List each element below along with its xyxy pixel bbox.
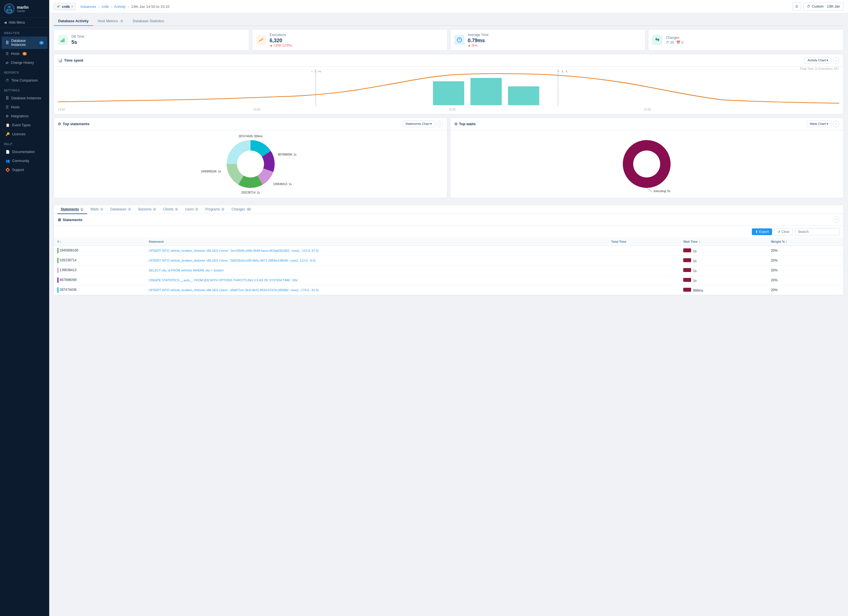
sidebar-item-label: Documentation [12,150,35,154]
tab-badge: 8 [120,19,124,23]
metric-card-changes: Changes ⏱ 20 📅 0 [648,29,844,50]
panel-header: ⊙ Top statements Statements Chart ▾ − [54,118,447,130]
custom-date-button[interactable]: ⏱ Custom 13th Jan [803,3,844,10]
row-wait-time: 1s [680,275,767,285]
collapse-button[interactable]: − [437,121,443,127]
sidebar-item-label: Hosts [11,105,20,109]
svg-rect-8 [64,38,64,42]
instance-badge[interactable]: ✔ crdb ▾ [54,3,76,10]
panel-title: 📊 Time spent [58,58,83,62]
table-row: 887898099 CREATE STATISTICS __auto__ FRO… [54,275,843,285]
metric-changes: ⏱ 20 📅 0 [666,40,683,45]
time-series-chart: ↑14 ↑11 [58,70,839,106]
btab-label: Waits [90,207,99,211]
tab-database-activity[interactable]: Database Activity [54,16,93,26]
time-spent-panel: 📊 Time spent Activity Chart ▾ − Peak Tim… [54,54,844,114]
row-id: 287474436 [54,285,145,295]
sidebar-item-event-types[interactable]: 📋 Event Types [2,121,47,129]
metric-info: Changes ⏱ 20 📅 0 [666,36,683,45]
sidebar-item-community[interactable]: 👥 Community [2,157,47,165]
chevron-left-icon: ◀ [4,21,6,24]
row-weight: 20% [768,285,843,295]
tab-database-statistics[interactable]: Database Statistics [128,16,168,26]
tab-label: Database Statistics [133,19,164,23]
btab-label: Programs [205,207,220,211]
breadcrumb-instances[interactable]: Instances [80,4,96,9]
clear-button[interactable]: ↺ Clear [774,228,793,235]
svg-text:1845898166: 1s: 1845898166: 1s [201,170,221,173]
row-weight: 20% [768,256,843,266]
col-weight: Weight % ↕ [768,237,843,246]
activity-chart-button[interactable]: Activity Chart ▾ [804,57,832,64]
sidebar-item-hosts[interactable]: ☰ Hosts 8 [2,49,47,58]
time-axis: 14:50 14:55 15:00 15:05 [58,107,839,114]
collapse-button[interactable]: − [833,121,839,127]
btab-statements[interactable]: Statements 1 [57,205,87,214]
community-icon: 👥 [6,159,10,163]
sidebar-item-change-history[interactable]: ⇄ Change History [2,58,47,67]
badge: 1 [39,41,44,45]
row-statement: UPSERT INTO vehicle_location_histories V… [145,285,608,295]
sidebar-item-integrations[interactable]: ⚙ Integrations [2,112,47,120]
metric-label: DB Time [71,35,85,39]
breadcrumb-crdb[interactable]: crdb [101,4,108,9]
export-button[interactable]: ⬆ Export [752,229,772,235]
btab-waits[interactable]: Waits 1 [87,205,107,214]
statements-donut-chart: 287474436: 999ms 887898099: 1s 139638413… [219,133,282,195]
metric-sub: ▲ 0ms [468,44,489,47]
history-icon: ⇄ [6,61,9,65]
row-weight: 20% [768,275,843,285]
copy-icon: ⧉ [795,4,798,9]
btab-badge: 1 [100,208,104,211]
help-section-label: HELP [0,139,49,147]
sidebar-item-settings-db[interactable]: 🗄 Database Instances [2,94,47,102]
btab-changes[interactable]: Changes 20 [228,205,255,214]
time-label: 14:50 [58,108,65,111]
btab-clients[interactable]: Clients 2 [160,205,182,214]
table-icon: ⊞ [58,218,61,222]
btab-sessions[interactable]: Sessions 2 [135,205,160,214]
chevron-down-icon: ▾ [71,5,73,8]
waits-chart-button[interactable]: Waits Chart ▾ [806,121,832,127]
hide-menu-button[interactable]: ◀ Hide Menu [0,18,49,28]
statements-chart-button[interactable]: Statements Chart ▾ [402,121,435,127]
sidebar-item-documentation[interactable]: 📄 Documentation [2,148,47,156]
sidebar-item-settings-hosts[interactable]: ☰ Hosts [2,103,47,111]
metric-label: Executions [270,33,292,37]
svg-point-19 [237,150,264,178]
database-icon: 🗄 [6,41,9,45]
metric-sub: ▲ 2,830 (123%) [270,44,292,47]
sidebar-item-label: Community [12,159,29,163]
tab-host-metrics[interactable]: Host Metrics 8 [93,16,128,26]
btab-badge: 2 [153,208,156,211]
btab-databases[interactable]: Databases 1 [107,205,134,214]
sidebar-item-label: Integrations [11,114,29,118]
table-row: 1845898166 UPSERT INTO vehicle_location_… [54,246,843,256]
db-time-icon [58,35,68,45]
sidebar-item-licences[interactable]: 🔑 Licences [2,130,47,138]
main-tabs: Database Activity Host Metrics 8 Databas… [54,16,844,26]
row-wait-time: 1s [680,256,767,266]
search-input[interactable] [795,228,840,235]
row-color-indicator [57,287,58,293]
collapse-button[interactable]: − [833,57,839,64]
collapse-statements-button[interactable]: − [833,217,839,223]
table-header: # ↕ Statement Total Time Wait Time ↕ Wei… [54,237,843,246]
row-statement: UPSERT INTO vehicle_location_histories V… [145,256,608,266]
btab-programs[interactable]: Programs 2 [202,205,228,214]
support-icon: 🛟 [6,168,10,172]
metric-info: Average Time 0.79ms ▲ 0ms [468,33,489,47]
logo-icon: DB [4,3,15,14]
breadcrumb-activity[interactable]: Activity [114,4,126,9]
db-settings-icon: 🗄 [6,96,9,100]
sidebar-item-label: Time Comparison [11,79,38,82]
sidebar-item-support[interactable]: 🛟 Support [2,166,47,174]
btab-label: Statements [61,207,79,211]
btab-users[interactable]: Users 2 [182,205,202,214]
sidebar-item-database-instances[interactable]: 🗄 Database Instances 1 [2,37,47,49]
copy-button[interactable]: ⧉ [792,2,801,11]
row-wait-time: 999ms [680,285,767,295]
metric-info: Executions 6,320 ▲ 2,830 (123%) [270,33,292,47]
reports-section-label: REPORTS [0,67,49,76]
sidebar-item-time-comparison[interactable]: ⏱ Time Comparison [2,76,47,85]
